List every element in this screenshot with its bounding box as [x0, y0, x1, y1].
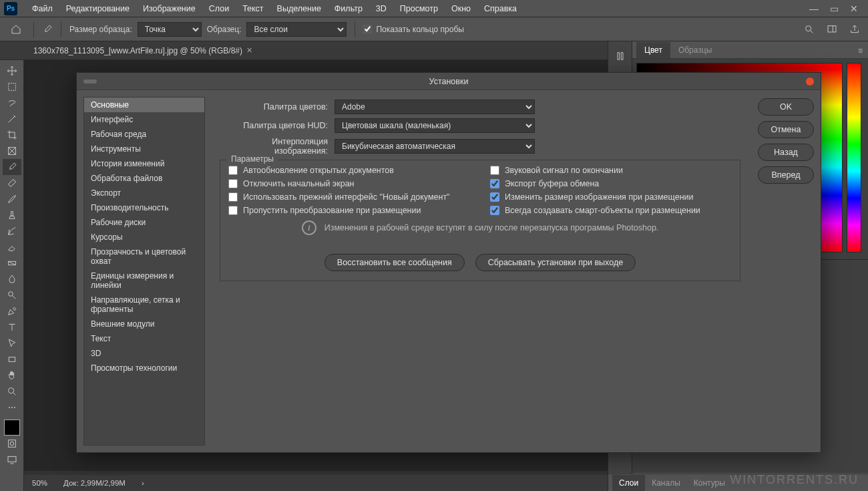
dialog-close-icon[interactable] — [806, 77, 814, 86]
check-left-1[interactable]: Отключить начальный экран — [228, 179, 470, 188]
show-ring-checkbox[interactable] — [363, 25, 372, 33]
cat-type[interactable]: Текст — [84, 331, 204, 346]
checkbox[interactable] — [490, 166, 499, 175]
foreground-color-swatch[interactable] — [4, 420, 20, 436]
workspace-icon[interactable] — [825, 23, 839, 36]
tab-swatches[interactable]: Образцы — [670, 42, 720, 58]
cat-performance[interactable]: Производительность — [84, 200, 204, 215]
home-icon[interactable] — [7, 20, 25, 39]
crop-tool-icon[interactable] — [3, 127, 21, 143]
menu-view[interactable]: Просмотр — [393, 4, 445, 13]
window-close-icon[interactable]: ✕ — [844, 3, 864, 14]
menu-edit[interactable]: Редактирование — [59, 4, 136, 13]
brush-tool-icon[interactable] — [3, 191, 21, 207]
check-right-1[interactable]: Экспорт буфера обмена — [490, 179, 732, 188]
menu-layers[interactable]: Слои — [202, 4, 236, 13]
cat-guides[interactable]: Направляющие, сетка и фрагменты — [84, 293, 204, 317]
more-tools-icon[interactable]: ⋯ — [3, 399, 21, 416]
tab-color[interactable]: Цвет — [636, 42, 670, 58]
check-right-3[interactable]: Всегда создавать смарт-объекты при разме… — [490, 206, 732, 215]
pen-tool-icon[interactable] — [3, 303, 21, 319]
sample-size-select[interactable]: Точка — [138, 22, 202, 37]
close-icon[interactable]: ✕ — [246, 46, 252, 55]
eraser-tool-icon[interactable] — [3, 239, 21, 255]
path-select-tool-icon[interactable] — [3, 335, 21, 351]
document-tab[interactable]: 1360x768_1113095_[www.ArtFile.ru].jpg @ … — [27, 41, 259, 59]
menu-image[interactable]: Изображение — [136, 4, 202, 13]
rectangle-tool-icon[interactable] — [3, 351, 21, 367]
panel-icon-1[interactable] — [615, 51, 626, 61]
cat-workspace[interactable]: Рабочая среда — [84, 127, 204, 142]
checkbox[interactable] — [228, 166, 238, 175]
checkbox[interactable] — [490, 179, 499, 188]
frame-tool-icon[interactable] — [3, 143, 21, 159]
tab-paths[interactable]: Контуры — [687, 475, 732, 491]
reset-warnings-button[interactable]: Восстановить все сообщения — [324, 254, 465, 271]
cat-general[interactable]: Основные — [84, 98, 204, 112]
menu-file[interactable]: Файл — [25, 4, 59, 13]
lasso-tool-icon[interactable] — [3, 95, 21, 111]
color-picker-select[interactable]: Adobe — [335, 100, 535, 114]
tab-layers[interactable]: Слои — [612, 475, 645, 491]
cat-history[interactable]: История изменений — [84, 156, 204, 171]
panel-menu-icon[interactable]: ≡ — [853, 43, 868, 58]
eyedropper-tool-icon[interactable] — [3, 159, 21, 175]
check-left-3[interactable]: Пропустить преобразование при размещении — [228, 206, 470, 215]
check-right-2[interactable]: Изменить размер изображения при размещен… — [490, 192, 732, 202]
cat-filehandling[interactable]: Обработка файлов — [84, 171, 204, 186]
cat-tools[interactable]: Инструменты — [84, 142, 204, 156]
status-docinfo[interactable]: Док: 2,99M/2,99M — [63, 479, 126, 487]
heal-tool-icon[interactable] — [3, 175, 21, 191]
menu-text[interactable]: Текст — [236, 4, 270, 13]
cat-scratchdisks[interactable]: Рабочие диски — [84, 215, 204, 230]
prev-button[interactable]: Назад — [758, 144, 814, 161]
checkbox[interactable] — [490, 192, 499, 202]
cat-3d[interactable]: 3D — [84, 346, 204, 361]
search-icon[interactable] — [803, 23, 816, 36]
ok-button[interactable]: OK — [758, 98, 814, 116]
dialog-titlebar[interactable]: Установки — [77, 73, 821, 90]
gradient-tool-icon[interactable] — [3, 255, 21, 271]
move-tool-icon[interactable] — [3, 63, 21, 79]
cat-cursors[interactable]: Курсоры — [84, 230, 204, 244]
window-minimize-icon[interactable]: — — [804, 3, 824, 14]
hud-picker-select[interactable]: Цветовая шкала (маленькая) — [335, 118, 535, 133]
type-tool-icon[interactable] — [3, 319, 21, 335]
next-button[interactable]: Вперед — [758, 166, 814, 184]
blur-tool-icon[interactable] — [3, 271, 21, 287]
checkbox[interactable] — [490, 206, 499, 215]
tab-channels[interactable]: Каналы — [645, 475, 687, 491]
reset-on-quit-button[interactable]: Сбрасывать установки при выходе — [475, 254, 636, 271]
marquee-tool-icon[interactable] — [3, 79, 21, 95]
hue-slider[interactable] — [847, 63, 861, 253]
hand-tool-icon[interactable] — [3, 367, 21, 383]
check-right-0[interactable]: Звуковой сигнал по окончании — [490, 166, 732, 175]
menu-select[interactable]: Выделение — [270, 4, 328, 13]
status-chevron-icon[interactable]: › — [142, 479, 144, 487]
quickmask-icon[interactable] — [3, 436, 21, 452]
menu-help[interactable]: Справка — [477, 4, 523, 13]
check-left-0[interactable]: Автообновление открытых документов — [228, 166, 470, 175]
cat-export[interactable]: Экспорт — [84, 186, 204, 200]
window-restore-icon[interactable]: ▭ — [824, 3, 844, 14]
menu-filter[interactable]: Фильтр — [328, 4, 369, 13]
interpolation-select[interactable]: Бикубическая автоматическая — [335, 139, 535, 154]
check-left-2[interactable]: Использовать прежний интерфейс "Новый до… — [228, 192, 470, 202]
stamp-tool-icon[interactable] — [3, 207, 21, 223]
cat-interface[interactable]: Интерфейс — [84, 112, 204, 127]
sample-from-select[interactable]: Все слои — [246, 22, 347, 37]
checkbox[interactable] — [228, 179, 238, 188]
cat-techpreview[interactable]: Просмотры технологии — [84, 361, 204, 375]
zoom-tool-icon[interactable] — [3, 383, 21, 399]
checkbox[interactable] — [228, 192, 238, 202]
history-brush-tool-icon[interactable] — [3, 223, 21, 239]
cat-transparency[interactable]: Прозрачность и цветовой охват — [84, 244, 204, 269]
status-zoom[interactable]: 50% — [32, 479, 47, 487]
menu-3d[interactable]: 3D — [369, 4, 393, 13]
checkbox[interactable] — [228, 206, 238, 215]
cat-units[interactable]: Единицы измерения и линейки — [84, 269, 204, 293]
menu-window[interactable]: Окно — [445, 4, 477, 13]
wand-tool-icon[interactable] — [3, 111, 21, 127]
screenmode-icon[interactable] — [3, 452, 21, 468]
cancel-button[interactable]: Отмена — [758, 121, 814, 138]
